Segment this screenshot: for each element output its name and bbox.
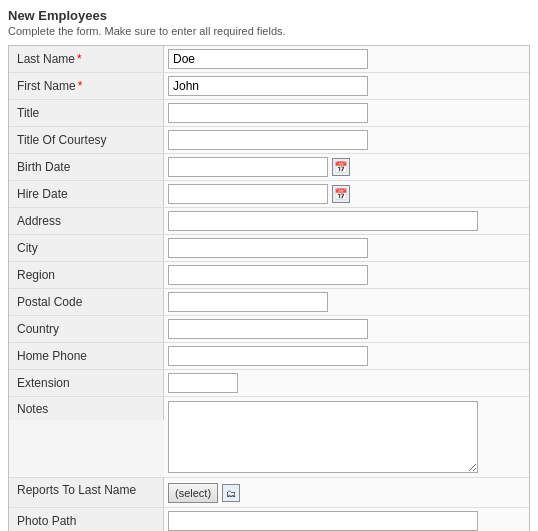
- required-star: *: [77, 52, 82, 66]
- field-address: [164, 208, 529, 234]
- title-of-courtesy-input[interactable]: [168, 130, 368, 150]
- row-last-name: Last Name*: [9, 46, 529, 73]
- row-photo-path: Photo Path: [9, 508, 529, 531]
- label-notes: Notes: [9, 397, 164, 420]
- field-city: [164, 235, 529, 261]
- row-hire-date: Hire Date: [9, 181, 529, 208]
- label-birth-date: Birth Date: [9, 154, 164, 180]
- label-city: City: [9, 235, 164, 261]
- row-address: Address: [9, 208, 529, 235]
- field-extension: [164, 370, 529, 396]
- row-reports-to: Reports To Last Name (select): [9, 478, 529, 508]
- reports-to-browse-icon[interactable]: [222, 484, 240, 502]
- row-birth-date: Birth Date: [9, 154, 529, 181]
- page-container: New Employees Complete the form. Make su…: [0, 0, 538, 531]
- field-birth-date: [164, 154, 529, 180]
- postal-code-input[interactable]: [168, 292, 328, 312]
- label-first-name: First Name*: [9, 73, 164, 99]
- field-region: [164, 262, 529, 288]
- field-first-name: [164, 73, 529, 99]
- field-title-of-courtesy: [164, 127, 529, 153]
- row-postal-code: Postal Code: [9, 289, 529, 316]
- label-region: Region: [9, 262, 164, 288]
- reports-to-select-button[interactable]: (select): [168, 483, 218, 503]
- label-photo-path: Photo Path: [9, 508, 164, 531]
- field-postal-code: [164, 289, 529, 315]
- birth-date-input[interactable]: [168, 157, 328, 177]
- label-extension: Extension: [9, 370, 164, 396]
- field-home-phone: [164, 343, 529, 369]
- city-input[interactable]: [168, 238, 368, 258]
- hire-date-calendar-icon[interactable]: [332, 185, 350, 203]
- field-last-name: [164, 46, 529, 72]
- required-star-2: *: [78, 79, 83, 93]
- home-phone-input[interactable]: [168, 346, 368, 366]
- row-country: Country: [9, 316, 529, 343]
- label-hire-date: Hire Date: [9, 181, 164, 207]
- label-home-phone: Home Phone: [9, 343, 164, 369]
- label-title-of-courtesy: Title Of Courtesy: [9, 127, 164, 153]
- label-postal-code: Postal Code: [9, 289, 164, 315]
- form-container: Last Name* First Name* Title Title Of Co…: [8, 45, 530, 531]
- field-title: [164, 100, 529, 126]
- label-title: Title: [9, 100, 164, 126]
- row-extension: Extension: [9, 370, 529, 397]
- birth-date-calendar-icon[interactable]: [332, 158, 350, 176]
- label-reports-to: Reports To Last Name: [9, 478, 164, 507]
- row-notes: Notes: [9, 397, 529, 478]
- photo-path-input[interactable]: [168, 511, 478, 531]
- notes-textarea[interactable]: [168, 401, 478, 473]
- label-country: Country: [9, 316, 164, 342]
- hire-date-input[interactable]: [168, 184, 328, 204]
- label-address: Address: [9, 208, 164, 234]
- title-input[interactable]: [168, 103, 368, 123]
- row-home-phone: Home Phone: [9, 343, 529, 370]
- field-photo-path: [164, 508, 529, 531]
- field-notes: [164, 397, 529, 477]
- extension-input[interactable]: [168, 373, 238, 393]
- label-last-name: Last Name*: [9, 46, 164, 72]
- field-country: [164, 316, 529, 342]
- row-region: Region: [9, 262, 529, 289]
- page-title: New Employees: [8, 8, 530, 23]
- row-title: Title: [9, 100, 529, 127]
- field-reports-to: (select): [164, 478, 529, 507]
- field-hire-date: [164, 181, 529, 207]
- country-input[interactable]: [168, 319, 368, 339]
- page-subtitle: Complete the form. Make sure to enter al…: [8, 25, 530, 37]
- address-input[interactable]: [168, 211, 478, 231]
- last-name-input[interactable]: [168, 49, 368, 69]
- row-first-name: First Name*: [9, 73, 529, 100]
- row-title-of-courtesy: Title Of Courtesy: [9, 127, 529, 154]
- row-city: City: [9, 235, 529, 262]
- first-name-input[interactable]: [168, 76, 368, 96]
- region-input[interactable]: [168, 265, 368, 285]
